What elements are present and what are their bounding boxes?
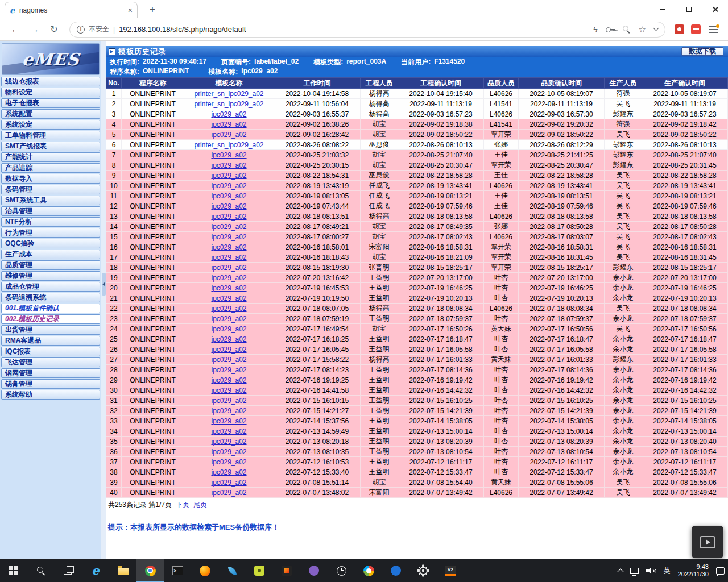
template-link[interactable]: ipc029_a02 <box>211 110 246 118</box>
firefox-icon[interactable] <box>191 559 218 582</box>
sidebar-item[interactable]: 系统帮助 <box>1 390 100 400</box>
tab-close-icon[interactable]: × <box>128 6 133 15</box>
mini-player-overlay[interactable] <box>692 526 723 558</box>
sidebar-item[interactable]: 锡膏管理 <box>1 379 100 389</box>
browser-tab[interactable]: e nagomes × <box>5 2 138 18</box>
template-link[interactable]: ipc029_a02 <box>211 489 246 497</box>
template-link[interactable]: printer_sn_ipc029_a02 <box>194 141 263 149</box>
template-link[interactable]: ipc029_a02 <box>211 376 246 384</box>
chrome-icon[interactable] <box>136 559 164 582</box>
template-link[interactable]: ipc029_a02 <box>211 274 246 282</box>
sidebar-item[interactable]: 飞达管理 <box>1 357 100 367</box>
back-icon[interactable]: ← <box>8 22 23 37</box>
sidebar-item[interactable]: 维修管理 <box>1 271 100 281</box>
template-link[interactable]: ipc029_a02 <box>211 294 246 302</box>
sidebar-item[interactable]: 治具管理 <box>1 206 100 216</box>
template-link[interactable]: ipc029_a02 <box>211 458 246 466</box>
blue-app-icon[interactable] <box>382 559 410 582</box>
url-text[interactable]: 192.168.100.18/sfc/S.php/nago/default <box>119 25 589 34</box>
sidebar-item[interactable]: 行为管理 <box>1 228 100 238</box>
sidebar-item[interactable]: 线边仓报表 <box>1 77 100 86</box>
template-link[interactable]: ipc029_a02 <box>211 151 246 159</box>
password-key-icon[interactable] <box>606 27 615 32</box>
template-link[interactable]: ipc029_a02 <box>211 161 246 169</box>
reload-icon[interactable]: ↻ <box>47 22 61 37</box>
sidebar-item[interactable]: 生产成本 <box>1 250 100 259</box>
input-language-indicator[interactable]: 英 <box>664 566 671 576</box>
template-link[interactable]: ipc029_a02 <box>211 253 246 261</box>
sidebar-item[interactable]: IQC报表 <box>1 347 100 356</box>
last-page-link[interactable]: 尾页 <box>193 500 207 510</box>
template-link[interactable]: ipc029_a02 <box>211 397 246 405</box>
sidebar-item[interactable]: 条码管理 <box>1 185 100 194</box>
template-link[interactable]: printer_sn_ipc029_a02 <box>194 90 263 98</box>
sidebar-item[interactable]: 001.模板首件确认 <box>1 304 100 313</box>
template-link[interactable]: ipc029_a02 <box>211 346 246 354</box>
next-page-link[interactable]: 下页 <box>176 500 189 510</box>
search-icon[interactable] <box>27 559 55 582</box>
extension-icon-red[interactable] <box>675 24 684 34</box>
sidebar-item[interactable]: 物料设定 <box>1 88 100 97</box>
page-info-icon[interactable]: i <box>77 26 85 34</box>
feather-icon[interactable] <box>218 559 246 582</box>
chevron-down-icon[interactable] <box>653 26 659 31</box>
data-download-button[interactable]: 数据下载 <box>681 47 723 56</box>
template-link[interactable]: ipc029_a02 <box>211 202 246 210</box>
template-link[interactable]: ipc029_a02 <box>211 264 246 272</box>
sidebar-item[interactable]: 条码追溯系统 <box>1 293 100 302</box>
template-link[interactable]: ipc029_a02 <box>211 386 246 394</box>
sidebar-item[interactable]: SMT系统工具 <box>1 196 100 205</box>
v2-player-icon[interactable]: V2 <box>437 559 464 582</box>
template-link[interactable]: ipc029_a02 <box>211 243 246 251</box>
sidebar-item[interactable]: 电子仓报表 <box>1 98 100 108</box>
template-link[interactable]: ipc029_a02 <box>211 182 246 190</box>
search-icon[interactable] <box>623 26 631 34</box>
sidebar-item[interactable]: 工单物料管理 <box>1 131 100 140</box>
sidebar-item[interactable]: 品质管理 <box>1 260 100 270</box>
settings-icon[interactable] <box>410 559 437 582</box>
template-link[interactable]: ipc029_a02 <box>211 468 246 476</box>
template-link[interactable]: ipc029_a02 <box>211 407 246 415</box>
sidebar-item[interactable]: NTF分析 <box>1 217 100 227</box>
template-link[interactable]: ipc029_a02 <box>211 192 246 200</box>
template-link[interactable]: ipc029_a02 <box>211 120 246 128</box>
sidebar-item[interactable]: SMT产线报表 <box>1 142 100 151</box>
extension-icon-red2[interactable] <box>691 24 701 34</box>
browser2-icon[interactable] <box>355 559 382 582</box>
template-link[interactable]: ipc029_a02 <box>211 427 246 435</box>
address-bar[interactable]: i 不安全 | 192.168.100.18/sfc/S.php/nago/de… <box>69 22 665 38</box>
collapse-arrow-icon[interactable] <box>102 273 106 296</box>
sidebar-item[interactable]: 产能统计 <box>1 152 100 162</box>
sidebar-splitter[interactable] <box>101 41 106 559</box>
template-link[interactable]: ipc029_a02 <box>211 417 246 425</box>
template-link[interactable]: ipc029_a02 <box>211 325 246 333</box>
window-close-button[interactable] <box>702 0 728 18</box>
template-link[interactable]: ipc029_a02 <box>211 315 246 323</box>
explorer-icon[interactable] <box>109 559 136 582</box>
new-tab-button[interactable]: + <box>146 3 159 17</box>
bolt-extension-icon[interactable]: ϟ <box>593 25 597 34</box>
task-view-icon[interactable] <box>55 559 82 582</box>
sidebar-item[interactable]: 002.模板历史记录 <box>1 314 100 324</box>
purple-app-icon[interactable] <box>300 559 328 582</box>
browser-menu-icon[interactable] <box>709 26 718 33</box>
template-link[interactable]: ipc029_a02 <box>211 213 246 221</box>
action-center-icon[interactable] <box>716 567 725 575</box>
template-link[interactable]: ipc029_a02 <box>211 284 246 292</box>
taskbar-clock[interactable]: 9:43 2022/11/30 <box>678 563 709 578</box>
template-link[interactable]: ipc029_a02 <box>211 366 246 374</box>
ide-app-icon[interactable] <box>273 559 300 582</box>
terminal-icon[interactable]: >_ <box>164 559 191 582</box>
sidebar-item[interactable]: 钢网管理 <box>1 368 100 378</box>
sidebar-item[interactable]: 数据导入 <box>1 174 100 184</box>
template-link[interactable]: ipc029_a02 <box>211 172 246 180</box>
sidebar-item[interactable]: 出货管理 <box>1 325 100 335</box>
sidebar-item[interactable]: 系统设定 <box>1 120 100 130</box>
template-link[interactable]: ipc029_a02 <box>211 305 246 313</box>
tray-expand-icon[interactable] <box>617 568 623 575</box>
template-link[interactable]: ipc029_a02 <box>211 448 246 456</box>
green-app-icon[interactable] <box>246 559 273 582</box>
template-link[interactable]: ipc029_a02 <box>211 438 246 446</box>
template-link[interactable]: ipc029_a02 <box>211 479 246 487</box>
template-link[interactable]: ipc029_a02 <box>211 335 246 343</box>
